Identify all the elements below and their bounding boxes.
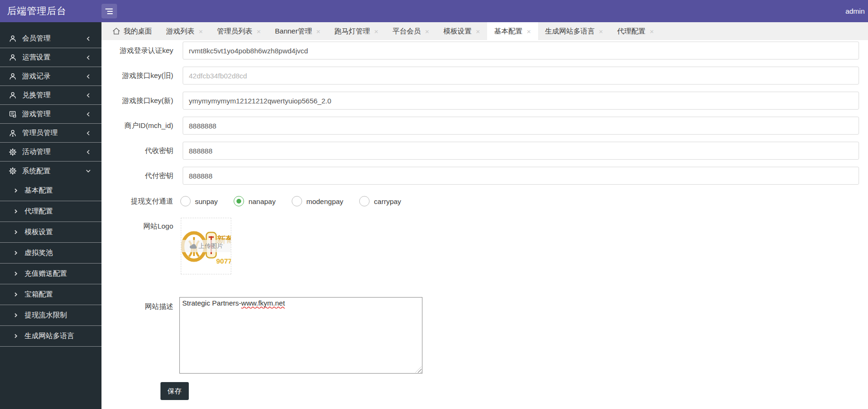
field-label-game-login-key: 游戏登录认证key [101, 46, 173, 55]
sidebar-item-operation-settings[interactable]: 运营设置 [0, 48, 101, 67]
resize-handle[interactable] [415, 366, 421, 373]
tab-marquee-management[interactable]: 跑马灯管理 × [328, 22, 386, 40]
close-icon[interactable]: × [599, 27, 603, 35]
tab-basic-config[interactable]: 基本配置 × [487, 22, 538, 40]
field-label-game-api-key-old: 游戏接口key(旧) [101, 71, 173, 80]
site-description-textarea[interactable]: Strategic Partners-www.fkym.net [179, 297, 422, 374]
sidebar-subitem-withdraw-flow-limit[interactable]: 提现流水限制 [0, 305, 101, 326]
home-icon [112, 27, 120, 35]
tab-my-desktop[interactable]: 我的桌面 [105, 22, 159, 40]
hamburger-icon [105, 9, 113, 9]
tab-banner-management[interactable]: Banner管理 × [268, 22, 328, 40]
close-icon[interactable]: × [316, 27, 320, 35]
arrow-right-icon [13, 250, 18, 256]
app-header: 后端管理后台 admin [0, 0, 868, 22]
game-api-key-old-input[interactable] [183, 67, 859, 85]
sidebar-item-game-management[interactable]: 游戏管理 [0, 105, 101, 124]
tab-platform-members[interactable]: 平台会员 × [385, 22, 436, 40]
upload-overlay: 上传图片 [181, 240, 231, 252]
gear-icon [8, 167, 17, 175]
field-label-merchant-id: 商户ID(mch_id) [101, 121, 173, 130]
close-icon[interactable]: × [374, 27, 379, 35]
cloud-upload-icon [189, 243, 197, 249]
user-icon [8, 72, 17, 81]
field-label-site-description: 网站描述 [101, 297, 173, 311]
close-icon[interactable]: × [257, 27, 261, 35]
spellchecked-url-text: www.fkym.net [241, 299, 285, 307]
current-user[interactable]: admin [845, 0, 865, 22]
chevron-left-icon [85, 149, 91, 155]
sidebar-subitem-recharge-bonus-config[interactable]: 充值赠送配置 [0, 264, 101, 284]
payout-secret-input[interactable] [183, 167, 859, 185]
field-label-payout-secret: 代付密钥 [101, 171, 173, 180]
radio-nanapay[interactable]: nanapay [234, 196, 276, 206]
chevron-left-icon [85, 74, 91, 79]
game-login-key-input[interactable] [183, 42, 859, 60]
sidebar-toggle-button[interactable] [101, 4, 117, 18]
arrow-right-icon [13, 230, 18, 235]
tab-game-list[interactable]: 游戏列表 × [159, 22, 210, 40]
user-icon [8, 91, 17, 100]
sidebar-item-exchange-management[interactable]: 兑换管理 [0, 86, 101, 105]
radio-icon [292, 196, 302, 206]
field-label-game-api-key-new: 游戏接口key(新) [101, 96, 173, 105]
field-label-site-logo: 网站Logo [101, 218, 173, 231]
arrow-right-icon [13, 209, 18, 214]
arrow-right-icon [13, 313, 18, 318]
site-logo-upload[interactable]: 新葡京 9077.CO 上传图片 [181, 218, 231, 274]
sidebar-subitem-basic-config[interactable]: 基本配置 [0, 180, 101, 201]
game-api-key-new-input[interactable] [183, 92, 859, 110]
field-label-collection-secret: 代收密钥 [101, 146, 173, 155]
radio-selected-icon [234, 196, 244, 206]
svg-text:9077.CO: 9077.CO [216, 257, 231, 265]
tab-template-settings[interactable]: 模板设置 × [436, 22, 487, 40]
tab-agent-config[interactable]: 代理配置 × [610, 22, 661, 40]
user-icon [8, 129, 17, 137]
close-icon[interactable]: × [476, 27, 480, 35]
sidebar-subitem-agent-config[interactable]: 代理配置 [0, 201, 101, 222]
gear-icon [8, 148, 17, 156]
tab-generate-multilang[interactable]: 生成网站多语言 × [538, 22, 610, 40]
arrow-right-icon [13, 292, 18, 297]
tab-bar: 我的桌面 游戏列表 × 管理员列表 × Banner管理 × 跑马灯管理 × 平… [101, 22, 868, 40]
radio-carrypay[interactable]: carrypay [359, 196, 401, 206]
close-icon[interactable]: × [425, 27, 429, 35]
sidebar: 会员管理 运营设置 游戏记录 兑换管理 [0, 22, 101, 409]
form-icon [8, 110, 17, 119]
chevron-left-icon [85, 36, 91, 42]
close-icon[interactable]: × [527, 27, 531, 35]
withdraw-channel-radio-group: sunpay nanapay modengpay carrypay [180, 196, 401, 206]
sidebar-item-member-management[interactable]: 会员管理 [0, 29, 101, 48]
chevron-left-icon [85, 93, 91, 98]
sidebar-subitem-treasure-box-config[interactable]: 宝箱配置 [0, 284, 101, 305]
merchant-id-input[interactable] [183, 117, 859, 135]
close-icon[interactable]: × [199, 27, 203, 35]
arrow-right-icon [13, 333, 18, 339]
radio-modengpay[interactable]: modengpay [292, 196, 343, 206]
sidebar-item-admin-management[interactable]: 管理员管理 [0, 124, 101, 143]
arrow-right-icon [13, 188, 18, 193]
radio-icon [359, 196, 370, 206]
sidebar-subitem-template-settings[interactable]: 模板设置 [0, 222, 101, 243]
chevron-left-icon [85, 130, 91, 136]
sidebar-item-system-config[interactable]: 系统配置 [0, 162, 101, 180]
basic-config-form: 游戏登录认证key 游戏接口key(旧) 游戏接口key(新) 商户ID(mch… [101, 40, 868, 409]
close-icon[interactable]: × [650, 27, 654, 35]
user-icon [8, 53, 17, 62]
save-button[interactable]: 保存 [160, 382, 189, 400]
tab-admin-list[interactable]: 管理员列表 × [210, 22, 268, 40]
collection-secret-input[interactable] [183, 142, 859, 160]
arrow-right-icon [13, 271, 18, 276]
chevron-left-icon [85, 111, 91, 117]
radio-icon [180, 196, 191, 206]
radio-sunpay[interactable]: sunpay [180, 196, 218, 206]
user-icon [8, 34, 17, 43]
sidebar-item-game-records[interactable]: 游戏记录 [0, 67, 101, 86]
chevron-left-icon [85, 55, 91, 60]
field-label-withdraw-channel: 提现支付通道 [101, 197, 173, 206]
sidebar-subitem-virtual-jackpot[interactable]: 虚拟奖池 [0, 243, 101, 264]
sidebar-item-activity-management[interactable]: 活动管理 [0, 143, 101, 162]
sidebar-subitem-generate-multilang[interactable]: 生成网站多语言 [0, 326, 101, 347]
app-title: 后端管理后台 [7, 0, 67, 22]
chevron-down-icon [85, 168, 91, 174]
